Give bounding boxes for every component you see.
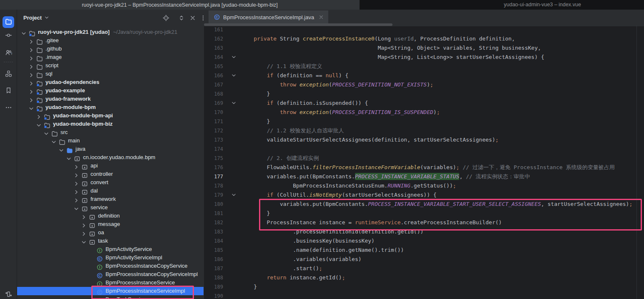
chevron-right-icon[interactable] (73, 171, 80, 177)
tree-item-bpmactivityserviceimpl[interactable]: CBpmActivityServiceImpl (17, 253, 204, 262)
code-line-168[interactable]: 168 } (204, 89, 644, 99)
tree-item-sql[interactable]: sql (17, 70, 204, 78)
code-line-182[interactable]: 182 ProcessInstance instance = runtimeSe… (204, 218, 644, 227)
tool-window-button-commit[interactable] (3, 30, 14, 42)
tree-item-bpmprocessinstanceserviceimpl[interactable]: CBpmProcessInstanceServiceImpl (17, 287, 204, 295)
chevron-down-icon[interactable] (20, 29, 27, 35)
tree-item-java[interactable]: java (17, 145, 204, 153)
tree-item-cn.iocoder.yudao.module.bpm[interactable]: cn.iocoder.yudao.module.bpm (17, 153, 204, 162)
chevron-down-icon[interactable] (65, 154, 72, 161)
expand-all-button[interactable] (178, 15, 185, 21)
code-line-186[interactable]: 186 .variables(variables) (204, 255, 644, 264)
chevron-right-icon[interactable] (28, 71, 35, 77)
code-line-179[interactable]: 179 if (CollUtil.isNotEmpty(startUserSel… (204, 190, 644, 200)
tool-window-button-project[interactable] (3, 16, 14, 28)
chevron-right-icon[interactable] (35, 112, 42, 119)
code-line-190[interactable]: 190 (204, 291, 644, 299)
fold-chevron-down-icon[interactable] (231, 72, 237, 79)
tree-item-api[interactable]: api (17, 162, 204, 170)
chevron-down-icon[interactable] (50, 137, 57, 144)
tree-item-bpmactivityservice[interactable]: IBpmActivityService (17, 245, 204, 253)
tool-window-button-bookmarks[interactable] (3, 85, 14, 97)
chevron-right-icon[interactable] (80, 221, 87, 228)
editor-tab[interactable]: C BpmProcessInstanceServiceImpl.java (209, 10, 328, 24)
tool-window-button-pull-requests[interactable]: ? (3, 47, 14, 59)
chevron-down-icon[interactable] (35, 121, 42, 127)
code-line-187[interactable]: 187 .start(); (204, 264, 644, 273)
chevron-right-icon[interactable] (80, 229, 87, 236)
code-line-167[interactable]: 167 throw exception(PROCESS_DEFINITION_N… (204, 80, 644, 89)
code-line-164[interactable]: 164 Map<String, List<Long>> startUserSel… (204, 53, 644, 62)
tree-item-oa[interactable]: oa (17, 228, 204, 237)
tree-item-bpmprocessinstanceservice[interactable]: IBpmProcessInstanceService (17, 279, 204, 287)
chevron-down-icon[interactable] (43, 129, 50, 136)
tree-item-controller[interactable]: controller (17, 170, 204, 178)
tool-window-button-more-tool-windows[interactable] (3, 102, 14, 114)
fold-chevron-down-icon[interactable] (231, 100, 237, 106)
tree-item-bpmprocessinstancecopyservice[interactable]: IBpmProcessInstanceCopyService (17, 262, 204, 270)
code-line-189[interactable]: 189 } (204, 282, 644, 291)
tree-item-dal[interactable]: dal (17, 187, 204, 195)
chevron-down-icon[interactable] (28, 104, 35, 111)
tree-item-ruoyi-vue-pro-jdk21-yudao-[interactable]: ruoyi-vue-pro-jdk21 [yudao]~/Java/ruoyi-… (17, 28, 204, 36)
fold-chevron-down-icon[interactable] (231, 54, 237, 60)
code-line-161[interactable]: 161 (204, 25, 644, 34)
tree-item-.github[interactable]: .github (17, 45, 204, 53)
fold-chevron-down-icon[interactable] (231, 192, 237, 198)
tool-window-button-structure[interactable] (3, 68, 14, 80)
tree-item-.image[interactable]: .image (17, 53, 204, 61)
tree-item-task[interactable]: task (17, 237, 204, 245)
tree-item-message[interactable]: message (17, 220, 204, 228)
code-line-175[interactable]: 175 // 2. 创建流程实例 (204, 154, 644, 163)
chevron-down-icon[interactable] (80, 238, 87, 244)
tree-item-yudao-framework[interactable]: yudao-framework (17, 95, 204, 103)
chevron-right-icon[interactable] (73, 196, 80, 203)
tree-item-service[interactable]: service (17, 203, 204, 212)
tree-item-yudao-module-bpm[interactable]: yudao-module-bpm (17, 103, 204, 111)
chevron-right-icon[interactable] (80, 213, 87, 219)
chevron-right-icon[interactable] (28, 79, 35, 86)
code-line-188[interactable]: 188 return instance.getId(); (204, 273, 644, 282)
tree-item-bpmtaskservice[interactable]: IBpmTaskService (17, 295, 204, 299)
code-line-181[interactable]: 181 } (204, 209, 644, 218)
code-line-177[interactable]: 177 variables.put(BpmConstants.PROCESS_I… (204, 172, 644, 181)
tree-item-script[interactable]: script (17, 61, 204, 70)
code-line-166[interactable]: 166 if (definition == null) { (204, 71, 644, 80)
back-window-titlebar[interactable]: yudao-ui-admin-vue3 – index.vue (360, 0, 644, 10)
chevron-right-icon[interactable] (28, 87, 35, 94)
code-line-178[interactable]: 178 BpmProcessInstanceStatusEnum.RUNNING… (204, 181, 644, 190)
code-line-183[interactable]: 183 .processDefinitionId(definition.getI… (204, 227, 644, 236)
code-line-171[interactable]: 171 } (204, 117, 644, 126)
code-line-170[interactable]: 170 throw exception(PROCESS_DEFINITION_I… (204, 108, 644, 117)
chevron-right-icon[interactable] (28, 37, 35, 44)
code-line-165[interactable]: 165 // 1.1 校验流程定义 (204, 62, 644, 71)
chevron-right-icon[interactable] (73, 188, 80, 194)
chevron-down-icon[interactable] (44, 15, 50, 20)
tree-item-framework[interactable]: framework (17, 195, 204, 203)
code-line-185[interactable]: 185 .name(definition.getName().trim()) (204, 246, 644, 255)
tool-window-button-terminal[interactable] (3, 289, 14, 299)
tree-item-yudao-dependencies[interactable]: yudao-dependencies (17, 78, 204, 86)
code-line-174[interactable]: 174 (204, 144, 644, 154)
tree-item-src[interactable]: src (17, 128, 204, 137)
tree-item-yudao-module-bpm-biz[interactable]: yudao-module-bpm-biz (17, 120, 204, 128)
collapse-all-button[interactable] (189, 15, 196, 21)
select-opened-file-button[interactable] (163, 15, 169, 21)
chevron-right-icon[interactable] (28, 62, 35, 69)
tree-item-definition[interactable]: definition (17, 212, 204, 220)
code-line-176[interactable]: 176 FlowableUtils.filterProcessInstanceF… (204, 163, 644, 172)
tree-item-bpmprocessinstancecopyserviceimpl[interactable]: CBpmProcessInstanceCopyServiceImpl (17, 270, 204, 279)
code-area[interactable]: 161162 private String createProcessInsta… (204, 25, 644, 299)
code-line-184[interactable]: 184 .businessKey(businessKey) (204, 236, 644, 246)
chevron-right-icon[interactable] (28, 46, 35, 52)
code-line-162[interactable]: 162 private String createProcessInstance… (204, 34, 644, 43)
options-button[interactable] (200, 15, 204, 21)
tree-item-yudao-example[interactable]: yudao-example (17, 86, 204, 95)
tree-item-yudao-module-bpm-api[interactable]: yudao-module-bpm-api (17, 111, 204, 120)
project-panel-title[interactable]: Project (23, 15, 42, 21)
front-window-titlebar[interactable]: ruoyi-vue-pro-jdk21 – BpmProcessInstance… (0, 0, 360, 10)
tree-item-main[interactable]: main (17, 137, 204, 145)
code-line-180[interactable]: 180 variables.put(BpmConstants.PROCESS_I… (204, 200, 644, 209)
chevron-right-icon[interactable] (73, 179, 80, 186)
code-line-169[interactable]: 169 if (definition.isSuspended()) { (204, 99, 644, 108)
